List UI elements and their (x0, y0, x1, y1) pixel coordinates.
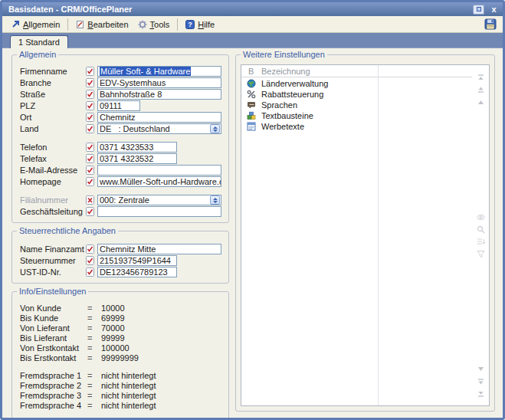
tab-strip: 1 Standard (2, 33, 503, 48)
list-header: B Bezeichnung (241, 65, 472, 77)
filialnummer-combobox[interactable]: 000: Zentrale (97, 195, 221, 205)
menu-bar: Allgemein Bearbeiten Tools ? Hilfe (2, 16, 503, 33)
field-row-steuernummer: Steuernummer 2151937549P1644 (20, 255, 222, 266)
edit-check-icon (86, 90, 97, 99)
info-row: Bis Erstkontakt=99999999 (20, 354, 222, 362)
content-area: Allgemein Firmenname Müller Soft- & Hard… (2, 48, 503, 418)
app-window: Basisdaten - CRM/OfficePlaner x Allgemei… (0, 0, 505, 420)
text-blocks-icon (241, 111, 261, 120)
search-icon[interactable] (475, 225, 486, 234)
edit-check-icon (86, 67, 97, 76)
list-item-rabattsteuerung[interactable]: Rabattsteuerung (241, 89, 472, 99)
finanzamt-input[interactable]: Chemnitz Mitte (97, 244, 221, 254)
edit-check-icon (86, 244, 97, 254)
branche-input[interactable]: EDV-Systemhaus (97, 77, 221, 88)
field-row-plz: PLZ 09111 (20, 100, 222, 111)
tab-standard[interactable]: 1 Standard (10, 35, 68, 48)
equals-sign: = (87, 353, 101, 363)
equals-sign: = (87, 333, 101, 343)
scroll-to-top-icon[interactable] (475, 73, 486, 82)
info-row: Von Kunde=10000 (20, 304, 222, 312)
steuernummer-input[interactable]: 2151937549P1644 (97, 255, 177, 266)
list-item-werbetexte[interactable]: Werbetexte (241, 121, 472, 131)
field-row-firmenname: Firmenname Müller Soft- & Hardware (20, 66, 222, 77)
plz-input[interactable]: 09111 (97, 100, 140, 111)
info-row: Fremdsprache 4=nicht hinterlegt (20, 402, 222, 409)
field-row-filialnummer: Filialnummer 000: Zentrale (20, 195, 222, 205)
info-row: Fremdsprache 3=nicht hinterlegt (20, 392, 222, 399)
field-row-ustid: UST-ID-Nr. DE123456789123 (20, 267, 222, 277)
land-combobox[interactable]: DE : Deutschland (97, 123, 221, 134)
sort-list-icon[interactable] (475, 237, 486, 246)
list-item-laenderverwaltung[interactable]: Länderverwaltung (241, 78, 472, 88)
list-toolbar-rail (474, 65, 487, 405)
settings-list: B Bezeichnung Länderverwaltung Rabat (241, 64, 490, 406)
language-icon (241, 100, 261, 110)
globe-icon (241, 79, 261, 88)
scroll-up-page-icon[interactable] (475, 85, 486, 94)
field-row-finanzamt: Name Finanzamt Chemnitz Mitte (20, 244, 222, 254)
gear-icon (138, 20, 147, 29)
field-row-strasse: Straße Bahnhofstraße 8 (20, 89, 222, 100)
telefax-input[interactable]: 0371 4323532 (97, 153, 177, 164)
spinner-icon[interactable] (210, 195, 220, 205)
geschaeftsleitung-input[interactable] (97, 206, 221, 217)
info-row: Fremdsprache 1=nicht hinterlegt (20, 372, 222, 379)
ad-text-icon (241, 122, 261, 131)
group-weitere: Weitere Einstellungen B Bezeichnung Länd… (235, 54, 495, 412)
scroll-up-icon[interactable] (475, 97, 486, 107)
group-info-title: Info/Einstellungen (17, 287, 88, 296)
equals-sign: = (87, 323, 101, 333)
save-button[interactable] (483, 18, 498, 31)
scroll-down-page-icon[interactable] (475, 376, 486, 386)
column-header-b[interactable]: B (241, 67, 261, 76)
menu-hilfe[interactable]: ? Hilfe (181, 18, 219, 31)
homepage-input[interactable]: www.Müller-Soft-und-Hardware.de → (97, 176, 221, 187)
field-row-branche: Branche EDV-Systemhaus (20, 77, 222, 88)
email-input[interactable] (97, 165, 221, 176)
window-restore-icon[interactable] (473, 5, 484, 15)
menu-separator (67, 18, 68, 31)
column-header-bezeichnung[interactable]: Bezeichnung (261, 67, 472, 76)
strasse-input[interactable]: Bahnhofstraße 8 (97, 89, 221, 100)
equals-sign: = (87, 313, 101, 323)
ustid-input[interactable]: DE123456789123 (97, 267, 177, 277)
firmenname-input[interactable]: Müller Soft- & Hardware (97, 66, 221, 77)
edit-check-icon (86, 113, 97, 122)
arrow-northeast-icon (11, 20, 20, 28)
equals-sign: = (87, 391, 101, 400)
info-row: Fremdsprache 2=nicht hinterlegt (20, 382, 222, 389)
group-allgemein: Allgemein Firmenname Müller Soft- & Hard… (11, 54, 229, 223)
group-steuer: Steuerrechtliche Angaben Name Finanzamt … (11, 231, 229, 284)
svg-text:?: ? (188, 21, 192, 28)
edit-check-icon (86, 101, 97, 110)
attachment-icon[interactable] (475, 212, 486, 221)
field-row-geschaeftsleitung: Geschäftsleitung (20, 206, 222, 217)
list-item-textbausteine[interactable]: Textbausteine (241, 110, 472, 120)
edit-check-icon (86, 177, 97, 186)
filter-icon[interactable] (475, 249, 486, 258)
close-icon[interactable]: x (488, 5, 500, 15)
title-bar: Basisdaten - CRM/OfficePlaner x (2, 2, 503, 16)
field-row-telefax: Telefax 0371 4323532 (20, 153, 222, 164)
scroll-down-icon[interactable] (475, 364, 486, 373)
field-row-homepage: Homepage www.Müller-Soft-und-Hardware.de… (20, 176, 222, 187)
save-floppy-icon (484, 18, 497, 30)
edit-page-icon (76, 20, 84, 29)
menu-tools[interactable]: Tools (133, 18, 175, 31)
edit-check-icon (86, 166, 97, 175)
edit-check-icon (86, 267, 97, 277)
menu-bearbeiten[interactable]: Bearbeiten (71, 18, 133, 31)
menu-separator (177, 18, 178, 31)
menu-allgemein[interactable]: Allgemein (7, 18, 64, 31)
field-row-land: Land DE : Deutschland (20, 123, 222, 134)
edit-check-icon (86, 124, 97, 133)
edit-check-icon (86, 256, 97, 265)
edit-check-icon (86, 78, 97, 87)
list-item-sprachen[interactable]: Sprachen (241, 100, 472, 110)
info-row: Von Erstkontakt=100000 (20, 344, 222, 352)
spinner-icon[interactable] (210, 124, 220, 133)
ort-input[interactable]: Chemnitz (97, 112, 221, 123)
telefon-input[interactable]: 0371 4323533 (97, 142, 177, 153)
scroll-to-bottom-icon[interactable] (475, 389, 486, 398)
